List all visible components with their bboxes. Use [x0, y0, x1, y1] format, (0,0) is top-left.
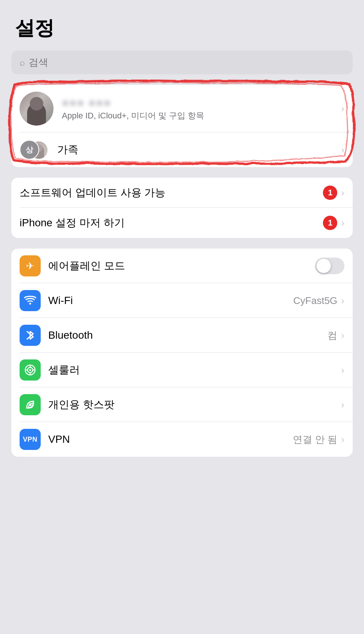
family-avatar-1: 상: [20, 140, 39, 160]
toggle-thumb: [317, 259, 331, 273]
wifi-content: Wi-Fi: [48, 295, 293, 307]
profile-content: ●●● ●●● Apple ID, iCloud+, 미디어 및 구입 항목: [62, 96, 341, 121]
search-input[interactable]: [29, 57, 344, 68]
chevron-icon: ›: [341, 399, 344, 411]
bluetooth-label: Bluetooth: [48, 329, 327, 341]
hotspot-label: 개인용 핫스팟: [48, 398, 341, 412]
vpn-label: VPN: [48, 433, 293, 445]
hotspot-content: 개인용 핫스팟: [48, 398, 341, 412]
cellular-right: ›: [341, 364, 344, 376]
airplane-right[interactable]: [315, 258, 344, 274]
connectivity-section: ✈ 에어플레인 모드 Wi-Fi CyFast5G ›: [11, 249, 353, 457]
vpn-row[interactable]: VPN VPN 연결 안 됨 ›: [11, 422, 353, 457]
hotspot-row[interactable]: 개인용 핫스팟 ›: [11, 387, 353, 422]
chevron-icon: ›: [341, 434, 344, 445]
airplane-label: 에어플레인 모드: [48, 259, 315, 273]
vpn-content: VPN: [48, 433, 293, 445]
chevron-icon: ›: [341, 295, 344, 307]
profile-chevron: ›: [341, 103, 344, 115]
bluetooth-icon: [20, 325, 41, 346]
chevron-icon: ›: [341, 330, 344, 341]
notification-row-0[interactable]: 소프트웨어 업데이트 사용 가능 1 ›: [11, 178, 353, 208]
notification-label-1: iPhone 설정 마저 하기: [20, 216, 323, 230]
notification-content-0: 소프트웨어 업데이트 사용 가능: [20, 186, 323, 200]
airplane-row[interactable]: ✈ 에어플레인 모드: [11, 249, 353, 283]
wifi-network: CyFast5G: [293, 295, 337, 307]
profile-section-wrapper: ●●● ●●● Apple ID, iCloud+, 미디어 및 구입 항목 ›…: [11, 85, 353, 167]
family-avatars: 상: [20, 139, 50, 160]
cellular-label: 셀룰러: [48, 363, 341, 377]
svg-point-8: [29, 404, 32, 406]
chevron-icon: ›: [341, 187, 344, 199]
profile-section: ●●● ●●● Apple ID, iCloud+, 미디어 및 구입 항목 ›…: [11, 85, 353, 167]
avatar: [20, 92, 54, 126]
page-title: 설정: [11, 15, 353, 41]
notification-label-0: 소프트웨어 업데이트 사용 가능: [20, 186, 323, 200]
airplane-content: 에어플레인 모드: [48, 259, 315, 273]
cellular-icon: [20, 359, 41, 381]
family-chevron: ›: [341, 144, 344, 156]
cellular-content: 셀룰러: [48, 363, 341, 377]
profile-subtitle: Apple ID, iCloud+, 미디어 및 구입 항목: [62, 110, 341, 121]
family-label: 가족: [57, 143, 341, 157]
vpn-right: 연결 안 됨 ›: [293, 433, 344, 446]
vpn-status: 연결 안 됨: [293, 433, 337, 446]
hotspot-icon: [20, 394, 41, 415]
chevron-icon: ›: [341, 217, 344, 229]
profile-row[interactable]: ●●● ●●● Apple ID, iCloud+, 미디어 및 구입 항목 ›: [11, 85, 353, 132]
notifications-section: 소프트웨어 업데이트 사용 가능 1 › iPhone 설정 마저 하기 1 ›: [11, 178, 353, 238]
notification-right-0: 1 ›: [323, 186, 344, 200]
notification-badge-1: 1: [323, 216, 337, 230]
notification-content-1: iPhone 설정 마저 하기: [20, 216, 323, 230]
wifi-label: Wi-Fi: [48, 295, 293, 307]
bluetooth-row[interactable]: Bluetooth 컴 ›: [11, 318, 353, 353]
vpn-icon: VPN: [20, 429, 41, 450]
profile-name: ●●● ●●●: [62, 96, 341, 109]
search-icon: ⌕: [20, 57, 25, 68]
airplane-icon: ✈: [20, 255, 41, 276]
bluetooth-right: 컴 ›: [327, 329, 344, 342]
notification-row-1[interactable]: iPhone 설정 마저 하기 1 ›: [11, 208, 353, 238]
wifi-icon: [20, 290, 41, 311]
bluetooth-status: 컴: [327, 329, 337, 342]
svg-point-3: [29, 369, 31, 371]
avatar-image: [20, 92, 54, 126]
bluetooth-content: Bluetooth: [48, 329, 327, 341]
chevron-icon: ›: [341, 103, 344, 115]
search-bar[interactable]: ⌕: [11, 51, 353, 74]
svg-point-0: [29, 303, 31, 305]
wifi-row[interactable]: Wi-Fi CyFast5G ›: [11, 283, 353, 318]
hotspot-right: ›: [341, 399, 344, 411]
family-content: 가족: [57, 143, 341, 157]
chevron-icon: ›: [341, 144, 344, 156]
cellular-row[interactable]: 셀룰러 ›: [11, 353, 353, 387]
wifi-right: CyFast5G ›: [293, 295, 344, 307]
notification-badge-0: 1: [323, 186, 337, 200]
vpn-text: VPN: [23, 436, 38, 444]
chevron-icon: ›: [341, 364, 344, 376]
airplane-toggle[interactable]: [315, 258, 344, 274]
notification-right-1: 1 ›: [323, 216, 344, 230]
family-row[interactable]: 상 가족 ›: [11, 132, 353, 167]
